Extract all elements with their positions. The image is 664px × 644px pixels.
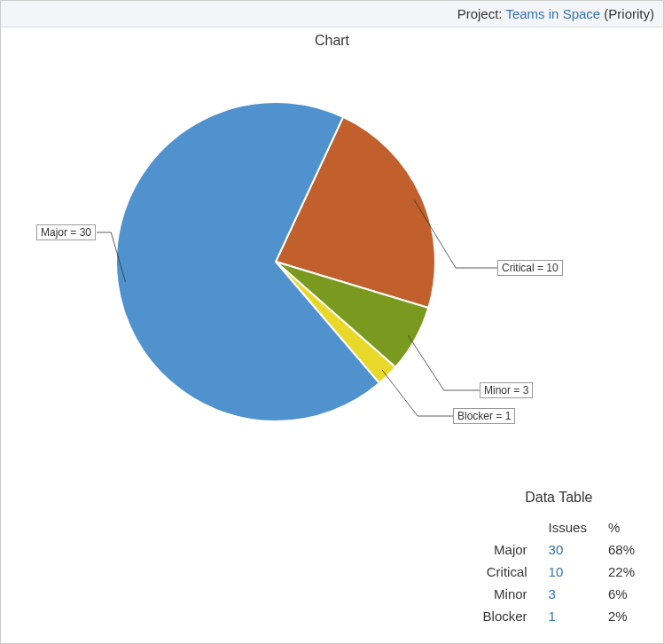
pie-svg [1,49,664,439]
data-table-title: Data Table [473,490,645,506]
row-percent: 68% [598,538,645,561]
slice-label-blocker: Blocker = 1 [453,408,515,424]
row-count[interactable]: 30 [538,538,598,561]
row-label: Minor [473,583,538,605]
project-suffix: (Priority) [600,6,654,21]
row-count[interactable]: 3 [538,583,598,605]
row-label: Major [473,538,538,561]
table-row: Major3068% [473,538,645,561]
row-label: Blocker [473,605,538,627]
col-percent: % [598,516,645,538]
row-percent: 2% [598,605,645,627]
table-row: Critical1022% [473,561,645,583]
data-table-section: Data Table Issues % Major3068%Critical10… [473,490,645,627]
header-bar: Project: Teams in Space (Priority) [1,1,663,27]
pie-chart: Major = 30 Critical = 10 Minor = 3 Block… [1,49,663,439]
table-row: Blocker12% [473,605,645,627]
slice-label-minor: Minor = 3 [480,382,533,398]
slice-label-critical: Critical = 10 [497,260,563,276]
leader-line [408,335,480,390]
chart-title: Chart [1,27,663,49]
project-prefix: Project: [457,6,506,21]
table-row: Minor36% [473,583,645,605]
row-percent: 6% [598,583,645,605]
col-issues: Issues [538,516,598,538]
row-count[interactable]: 10 [538,561,598,583]
row-percent: 22% [598,561,645,583]
data-table: Issues % Major3068%Critical1022%Minor36%… [473,516,645,627]
project-link[interactable]: Teams in Space [505,6,600,21]
leader-line [382,370,453,416]
slice-label-major: Major = 30 [36,224,96,240]
row-label: Critical [473,561,538,583]
row-count[interactable]: 1 [538,605,598,627]
